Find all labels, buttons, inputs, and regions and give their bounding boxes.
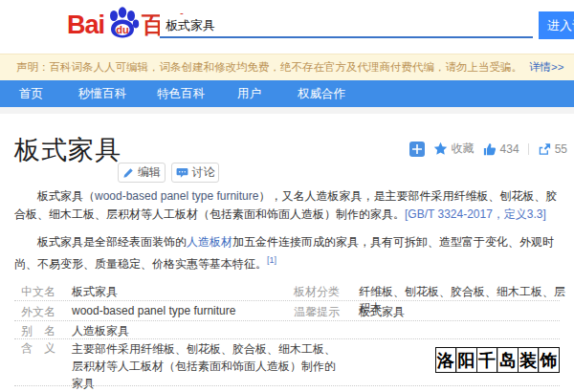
infobox: 中文名 板式家具 板材分类 纤维板、刨花板、胶合板、细木工板、层积木 外文名 w… [0,280,574,392]
p2-renzaoban-link[interactable]: 人造板材 [187,235,232,249]
main-nav: 首页 秒懂百科 特色百科 用户 权威合作 [0,80,574,107]
watermark-char: 岛 [497,347,519,373]
nav-item-users[interactable]: 用户 [237,86,261,102]
infobox-value: 人造板家具 [72,323,129,339]
infobox-row-chinese-name: 中文名 板式家具 [21,284,118,300]
p1-text: 板式家具（ [37,189,95,203]
dotted-divider [14,300,560,301]
infobox-row-alias: 别 名 人造板家具 [21,323,129,339]
infobox-row-foreign-name: 外文名 wood-based panel type furniture [21,304,235,320]
baidu-paw-icon: du [105,6,140,40]
infobox-row-meaning: 含 义 主要部件采用纤维板、刨花板、胶合板、细木工板、层积材等人工板材（包括素面… [21,340,343,392]
infobox-value: 板式家具 [72,284,118,300]
nav-item-partners[interactable]: 权威合作 [298,86,345,102]
paragraph-definition: 板式家具（wood-based panel type furniture），又名… [14,187,562,224]
nav-item-home[interactable]: 首页 [19,86,43,102]
edit-button-label: 编辑 [138,164,161,181]
share-icon [538,142,551,156]
header: Bai du 百科 进入词条 [0,0,574,54]
watermark-char: 装 [518,347,540,373]
infobox-label: 温馨提示 [294,304,359,320]
like-action[interactable]: 434 [483,142,519,156]
nav-item-miaodong[interactable]: 秒懂百科 [78,86,126,102]
favorite-action[interactable]: 收藏 [433,141,475,157]
discuss-button-label: 讨论 [192,164,215,181]
edit-button[interactable]: 编辑 [118,163,166,183]
p1-english-name: wood-based panel type furniture [95,189,258,203]
logo-text-du: du [116,24,128,35]
share-count: 55 [555,142,567,156]
infobox-row-tip: 温馨提示 板式家具 [294,304,405,320]
add-to-icon[interactable] [409,142,425,157]
chat-bubble-icon [176,166,188,179]
favorite-label: 收藏 [452,141,475,157]
watermark-char: 千 [476,347,498,373]
infobox-label: 外文名 [21,304,72,320]
discuss-button[interactable]: 讨论 [171,163,219,183]
p2-text: 板式家具是全部经表面装饰的 [37,235,187,249]
thumb-up-icon [483,142,497,156]
watermark-luoyang-qiandao: 洛 阳 千 岛 装 饰 [436,347,560,373]
infobox-label: 含 义 [21,340,72,357]
like-count: 434 [500,142,519,156]
infobox-label: 别 名 [21,323,72,339]
baike-page: Bai du 百科 进入词条 声明：百科词条人人可编辑，词条创建和修改均免费，绝… [0,0,574,392]
p2-citation[interactable]: [1] [267,255,276,265]
disclaimer-bar: 声明：百科词条人人可编辑，词条创建和修改均免费，绝不存在官方及代理商付费代编，请… [0,54,574,80]
share-action[interactable]: 55 [538,142,567,156]
watermark-char: 洛 [435,347,457,373]
logo-text-bai: Bai [67,11,104,40]
dotted-divider [14,338,560,339]
dotted-divider [14,320,560,321]
article-body: 板式家具（wood-based panel type furniture），又名… [14,187,562,283]
paragraph-features: 板式家具是全部经表面装饰的人造板材加五金件连接而成的家具，具有可拆卸、造型富于变… [14,233,562,273]
star-icon [433,142,448,156]
infobox-label: 板材分类 [294,284,359,300]
watermark-char: 阳 [455,347,477,373]
divider [528,143,529,155]
infobox-label: 中文名 [21,284,72,300]
disclaimer-detail-link[interactable]: 详情>> [529,60,563,75]
watermark-char: 饰 [538,347,560,373]
search-input[interactable] [160,14,533,38]
nav-item-featured[interactable]: 特色百科 [157,86,205,102]
disclaimer-text: 声明：百科词条人人可编辑，词条创建和修改均免费，绝不存在官方及代理商付费代编，请… [16,60,522,75]
p1-standard-ref[interactable]: [GB/T 3324-2017，定义3.3] [405,207,546,221]
infobox-value: 主要部件采用纤维板、刨花板、胶合板、细木工板、层积材等人工板材（包括素面和饰面人… [72,340,343,392]
infobox-value: wood-based panel type furniture [72,304,235,317]
pencil-icon [122,167,134,179]
nav-bottom-strip [0,107,574,114]
infobox-value: 板式家具 [359,304,405,320]
entry-title: 板式家具 [14,133,121,167]
entry-actions: 收藏 434 55 [409,141,567,157]
dotted-divider [14,385,560,386]
enter-entry-button[interactable]: 进入词条 [539,11,574,39]
